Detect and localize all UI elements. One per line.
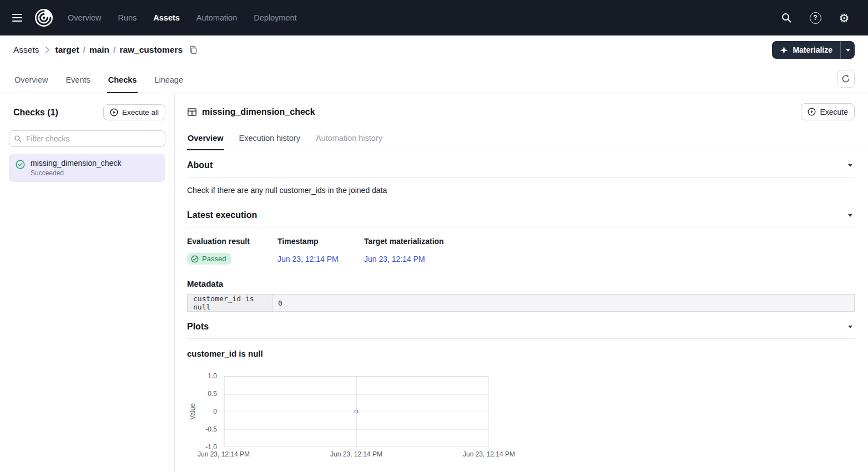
dagster-logo[interactable] [33, 7, 54, 28]
tab-events[interactable]: Events [64, 75, 91, 93]
metadata-key: customer_id is null [188, 295, 272, 312]
filter-checks-input[interactable] [9, 130, 165, 147]
play-circle-icon [110, 108, 118, 116]
nav-item-deployment[interactable]: Deployment [254, 13, 296, 22]
execute-all-button[interactable]: Execute all [103, 104, 165, 120]
metadata-row: customer_id is null 0 [188, 295, 855, 312]
path-separator: / [83, 45, 85, 55]
materialize-dropdown-caret[interactable] [840, 41, 855, 59]
path-segment: main [89, 45, 109, 55]
detail-tab-overview[interactable]: Overview [187, 131, 224, 150]
y-tick-label: 0 [213, 408, 217, 415]
data-point [355, 410, 359, 414]
check-detail-panel: missing_dimension_check Execute Overview… [175, 93, 868, 472]
latest-execution-columns: Evaluation result Timestamp Target mater… [187, 237, 855, 246]
search-icon [14, 135, 22, 143]
breadcrumb: Assets target / main / raw_customers [13, 45, 198, 55]
materialize-split-button: Materialize [772, 41, 855, 59]
check-list-item[interactable]: missing_dimension_check Succeeded [9, 154, 165, 182]
path-segment: raw_customers [119, 45, 183, 55]
latest-execution-section-header: Latest execution [187, 200, 855, 227]
metadata-value: 0 [272, 295, 855, 312]
success-check-icon [191, 255, 199, 263]
chevron-right-icon [45, 46, 50, 54]
refresh-icon[interactable] [837, 70, 855, 88]
breadcrumb-row: Assets target / main / raw_customers [0, 35, 868, 64]
collapse-caret-icon[interactable] [846, 162, 855, 169]
plot-title: customer_id is null [187, 349, 855, 358]
y-axis-ticks: 1.00.50-0.5-1.0 [197, 376, 220, 447]
y-tick-label: 1.0 [208, 372, 217, 380]
asset-tabs-row: Overview Events Checks Lineage [0, 64, 868, 93]
column-target-materialization: Target materialization [364, 237, 855, 246]
metadata-table: customer_id is null 0 [187, 294, 855, 312]
check-detail-title: missing_dimension_check [202, 107, 315, 117]
y-tick-label: -0.5 [205, 425, 217, 433]
play-circle-icon [808, 108, 816, 116]
column-evaluation-result: Evaluation result [187, 237, 277, 246]
settings-gear-icon[interactable]: ⚙ [836, 9, 852, 26]
caret-down-icon [846, 49, 850, 52]
y-tick-label: -1.0 [205, 443, 217, 451]
about-heading: About [187, 160, 213, 170]
x-tick-label: Jun 23, 12:14 PM [198, 450, 250, 458]
collapse-caret-icon[interactable] [846, 323, 855, 331]
main-nav: Overview Runs Assets Automation Deployme… [68, 13, 297, 22]
path-segment: target [55, 45, 79, 55]
detail-tab-automation-history[interactable]: Automation history [315, 131, 383, 150]
breadcrumb-root-link[interactable]: Assets [13, 45, 39, 55]
y-axis-label: Value [188, 376, 197, 447]
plots-heading: Plots [187, 322, 209, 332]
top-navigation: Overview Runs Assets Automation Deployme… [0, 0, 868, 35]
tab-lineage[interactable]: Lineage [153, 75, 184, 93]
copy-icon[interactable] [189, 45, 198, 54]
passed-badge: Passed [187, 253, 231, 265]
hamburger-menu-icon[interactable] [11, 10, 27, 26]
detail-tabs: Overview Execution history Automation hi… [175, 127, 868, 150]
path-separator: / [113, 45, 115, 55]
x-axis-ticks: Jun 23, 12:14 PMJun 23, 12:14 PMJun 23, … [224, 450, 489, 461]
nav-item-overview[interactable]: Overview [68, 13, 101, 22]
sparkle-icon [780, 46, 788, 54]
collapse-caret-icon[interactable] [846, 212, 855, 219]
nav-item-assets[interactable]: Assets [153, 13, 180, 22]
materialize-button[interactable]: Materialize [772, 41, 840, 59]
timestamp-link[interactable]: Jun 23, 12:14 PM [277, 255, 364, 263]
tab-overview[interactable]: Overview [13, 75, 49, 93]
column-timestamp: Timestamp [277, 237, 364, 246]
x-tick-label: Jun 23, 12:14 PM [463, 450, 515, 458]
plot-chart: Value 1.00.50-0.5-1.0 Jun 23, 12:14 PMJu… [187, 373, 531, 467]
nav-item-automation[interactable]: Automation [196, 13, 237, 22]
about-section-header: About [187, 150, 855, 177]
execute-button[interactable]: Execute [801, 103, 855, 120]
plots-section-header: Plots [187, 312, 855, 339]
search-icon[interactable] [778, 9, 795, 26]
metadata-heading: Metadata [187, 279, 855, 288]
plot-area [224, 376, 489, 447]
success-check-icon [16, 160, 25, 177]
app-window: Overview Runs Assets Automation Deployme… [0, 0, 868, 472]
y-tick-label: 0.5 [208, 390, 217, 398]
nav-item-runs[interactable]: Runs [118, 13, 137, 22]
about-description: Check if there are any null customer_ids… [187, 186, 855, 195]
check-name: missing_dimension_check [31, 159, 121, 168]
checks-panel-title: Checks (1) [13, 108, 58, 118]
help-icon[interactable]: ? [807, 9, 824, 26]
check-status: Succeeded [31, 169, 121, 177]
tab-checks[interactable]: Checks [107, 75, 138, 93]
checks-sidebar: Checks (1) Execute all [0, 93, 175, 472]
asset-check-icon [187, 107, 197, 117]
detail-tab-execution-history[interactable]: Execution history [239, 131, 301, 150]
asset-key-path: target / main / raw_customers [55, 45, 183, 55]
x-tick-label: Jun 23, 12:14 PM [330, 450, 382, 458]
target-materialization-link[interactable]: Jun 23, 12:14 PM [364, 255, 855, 263]
latest-execution-heading: Latest execution [187, 210, 257, 220]
